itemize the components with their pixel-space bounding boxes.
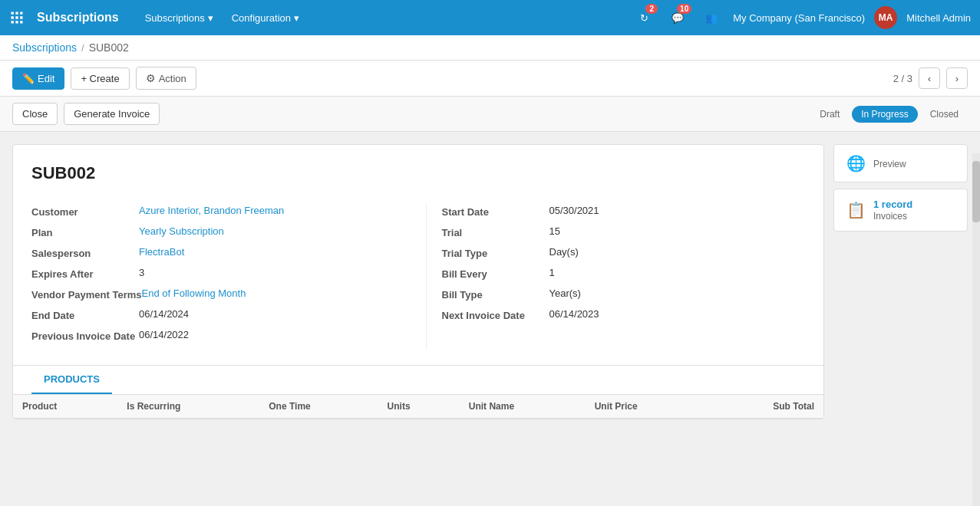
generate-invoice-button[interactable]: Generate Invoice (64, 103, 160, 125)
chat-badge: 10 (677, 4, 691, 14)
pager-prev-button[interactable]: ‹ (919, 67, 940, 89)
create-button[interactable]: + Create (71, 67, 129, 90)
col-unit-price: Unit Price (586, 395, 706, 419)
right-panel: 🌐 Preview 📋 1 record Invoices (833, 144, 968, 419)
next-invoice-date-value: 06/14/2023 (549, 308, 599, 320)
trial-value: 15 (549, 225, 560, 237)
top-navigation: Subscriptions Subscriptions ▾ Configurat… (0, 0, 980, 35)
status-bar: Close Generate Invoice Draft In Progress… (0, 97, 980, 132)
status-closed[interactable]: Closed (921, 106, 968, 123)
pager-text: 2 / 3 (893, 73, 912, 84)
chat-icon[interactable]: 💬 10 (665, 5, 690, 30)
breadcrumb-separator: / (81, 42, 84, 54)
col-one-time: One Time (259, 395, 378, 419)
apps-menu-icon[interactable] (9, 10, 25, 25)
form-header: SUB002 (13, 145, 823, 205)
users-icon[interactable]: 👥 (699, 5, 724, 30)
vendor-payment-terms-value[interactable]: End of Following Month (142, 288, 246, 299)
user-name[interactable]: Mitchell Admin (906, 12, 971, 24)
refresh-badge: 2 (645, 4, 658, 14)
col-product: Product (13, 395, 117, 419)
invoices-card-text: 1 record Invoices (873, 199, 912, 222)
record-pager: 2 / 3 ‹ › (893, 67, 968, 89)
previous-invoice-date-value: 06/14/2022 (139, 329, 189, 340)
field-expires-after: Expires After 3 (31, 267, 395, 280)
edit-button[interactable]: ✏️ Edit (12, 67, 64, 90)
breadcrumb-parent[interactable]: Subscriptions (12, 41, 77, 54)
salesperson-value[interactable]: FlectraBot (139, 246, 184, 258)
invoices-button[interactable]: 📋 1 record Invoices (833, 189, 968, 232)
close-button[interactable]: Close (12, 103, 58, 125)
status-draft[interactable]: Draft (810, 106, 849, 123)
preview-card-text: Preview (873, 158, 906, 169)
scrollbar-track (972, 153, 980, 419)
plan-value[interactable]: Yearly Subscription (139, 225, 224, 237)
gear-icon: ⚙ (146, 72, 156, 84)
top-menu: Subscriptions ▾ Configuration ▾ (137, 8, 307, 28)
bill-every-value: 1 (549, 267, 555, 278)
invoice-icon: 📋 (846, 201, 866, 219)
main-panel: SUB002 Customer Azure Interior, Brandon … (12, 144, 824, 419)
field-vendor-payment-terms: Vendor Payment Terms End of Following Mo… (31, 288, 395, 301)
invoices-label: Invoices (873, 211, 907, 222)
edit-icon: ✏️ (22, 73, 35, 84)
trial-type-value: Day(s) (549, 246, 579, 258)
field-next-invoice-date: Next Invoice Date 06/14/2023 (442, 308, 806, 321)
chevron-down-icon: ▾ (208, 12, 213, 24)
breadcrumb-current: SUB002 (89, 41, 129, 54)
chevron-down-icon: ▾ (294, 12, 299, 24)
end-date-value: 06/14/2024 (139, 308, 189, 320)
record-title: SUB002 (31, 163, 805, 183)
field-start-date: Start Date 05/30/2021 (442, 205, 806, 218)
field-previous-invoice-date: Previous Invoice Date 06/14/2022 (31, 329, 395, 342)
globe-icon: 🌐 (846, 154, 866, 172)
customer-value[interactable]: Azure Interior, Brandon Freeman (139, 205, 284, 216)
field-bill-every: Bill Every 1 (442, 267, 806, 280)
pager-next-button[interactable]: › (946, 67, 968, 89)
form-left-column: Customer Azure Interior, Brandon Freeman… (31, 205, 426, 350)
col-is-recurring: Is Recurring (117, 395, 259, 419)
refresh-icon[interactable]: ↻ 2 (632, 5, 656, 30)
tab-products[interactable]: PRODUCTS (31, 366, 112, 394)
breadcrumb: Subscriptions / SUB002 (0, 35, 980, 61)
col-unit-name: Unit Name (460, 395, 586, 419)
start-date-value: 05/30/2021 (549, 205, 599, 216)
scrollbar-thumb[interactable] (972, 161, 980, 222)
subscriptions-menu[interactable]: Subscriptions ▾ (137, 8, 221, 28)
table-header-row: Product Is Recurring One Time Units Unit… (13, 395, 823, 419)
field-trial-type: Trial Type Day(s) (442, 246, 806, 259)
col-units: Units (378, 395, 460, 419)
form-fields: Customer Azure Interior, Brandon Freeman… (13, 205, 823, 365)
action-button[interactable]: ⚙ Action (136, 67, 196, 90)
bill-type-value: Year(s) (549, 288, 581, 299)
nav-right: ↻ 2 💬 10 👥 My Company (San Francisco) MA… (632, 5, 971, 30)
field-bill-type: Bill Type Year(s) (442, 288, 806, 301)
invoices-count: 1 record (873, 199, 912, 210)
avatar[interactable]: MA (874, 6, 897, 29)
configuration-menu[interactable]: Configuration ▾ (224, 8, 307, 28)
col-sub-total: Sub Total (706, 395, 823, 419)
action-bar: ✏️ Edit + Create ⚙ Action 2 / 3 ‹ › (0, 61, 980, 97)
tabs-bar: PRODUCTS (13, 365, 823, 394)
field-customer: Customer Azure Interior, Brandon Freeman (31, 205, 395, 218)
company-name: My Company (San Francisco) (733, 12, 865, 24)
preview-label: Preview (873, 159, 906, 169)
preview-button[interactable]: 🌐 Preview (833, 144, 968, 182)
status-in-progress[interactable]: In Progress (852, 106, 917, 123)
expires-after-value: 3 (139, 267, 144, 278)
products-table: Product Is Recurring One Time Units Unit… (13, 394, 823, 419)
status-pills: Draft In Progress Closed (810, 106, 968, 123)
field-end-date: End Date 06/14/2024 (31, 308, 395, 321)
field-trial: Trial 15 (442, 225, 806, 238)
form-right-column: Start Date 05/30/2021 Trial 15 Trial Typ… (426, 205, 806, 350)
field-plan: Plan Yearly Subscription (31, 225, 395, 238)
field-salesperson: Salesperson FlectraBot (31, 246, 395, 259)
app-title: Subscriptions (37, 11, 119, 25)
content-area: SUB002 Customer Azure Interior, Brandon … (0, 132, 980, 419)
